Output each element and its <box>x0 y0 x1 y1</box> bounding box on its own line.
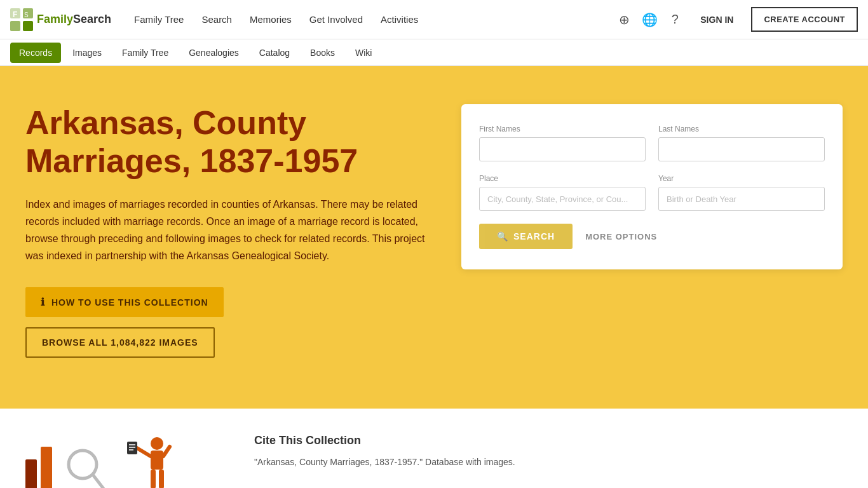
sign-in-button[interactable]: SIGN IN <box>693 10 741 30</box>
svg-line-13 <box>163 447 170 456</box>
cite-section: Cite This Collection "Arkansas, County M… <box>254 434 843 470</box>
tab-records[interactable]: Records <box>10 43 61 63</box>
first-names-input[interactable] <box>479 137 646 161</box>
nav-right-actions: ⊕ 🌐 ? SIGN IN CREATE ACCOUNT <box>616 7 858 32</box>
svg-rect-10 <box>151 470 156 488</box>
place-field: Place <box>479 174 646 211</box>
tab-family-tree[interactable]: Family Tree <box>113 43 177 63</box>
nav-family-tree[interactable]: Family Tree <box>126 9 191 30</box>
place-input[interactable] <box>479 187 646 211</box>
bar-chart-illustration <box>25 440 52 488</box>
search-icon: 🔍 <box>497 231 508 241</box>
hero-left: Arkansas, County Marriages, 1837-1957 In… <box>25 104 436 358</box>
year-label: Year <box>658 174 825 183</box>
bar-2 <box>41 447 52 488</box>
help-icon[interactable]: ? <box>667 12 682 27</box>
tab-books[interactable]: Books <box>301 43 344 63</box>
cite-text: "Arkansas, County Marriages, 1837-1957."… <box>254 455 843 470</box>
second-nav: Records Images Family Tree Genealogies C… <box>0 39 868 66</box>
year-field: Year <box>658 174 825 211</box>
svg-point-8 <box>151 437 163 450</box>
search-label: SEARCH <box>513 231 555 241</box>
last-names-field: Last Names <box>658 125 825 161</box>
svg-text:S: S <box>24 11 29 18</box>
search-figure <box>65 447 109 488</box>
tab-catalog[interactable]: Catalog <box>250 43 299 63</box>
illustration <box>25 434 229 488</box>
search-panel: First Names Last Names Place Year 🔍 SEAR… <box>461 104 843 269</box>
svg-text:F: F <box>13 10 17 19</box>
tab-images[interactable]: Images <box>64 43 111 63</box>
last-names-label: Last Names <box>658 125 825 133</box>
main-navigation: Family Tree Search Memories Get Involved… <box>126 9 616 30</box>
person-illustration <box>122 434 173 488</box>
first-names-label: First Names <box>479 125 646 133</box>
logo-link[interactable]: F S FamilySearch <box>10 8 111 31</box>
tab-genealogies[interactable]: Genealogies <box>180 43 248 63</box>
how-to-use-button[interactable]: ℹ HOW TO USE THIS COLLECTION <box>25 287 224 317</box>
last-names-input[interactable] <box>658 137 825 161</box>
create-account-button[interactable]: CREATE ACCOUNT <box>751 7 858 32</box>
hero-buttons: ℹ HOW TO USE THIS COLLECTION BROWSE ALL … <box>25 287 436 358</box>
info-icon: ℹ <box>41 296 45 308</box>
language-icon[interactable]: 🌐 <box>642 12 657 27</box>
name-search-row: First Names Last Names <box>479 125 825 161</box>
svg-line-7 <box>93 475 105 488</box>
cite-title: Cite This Collection <box>254 434 843 447</box>
nav-activities[interactable]: Activities <box>373 9 426 30</box>
svg-rect-2 <box>10 21 20 31</box>
search-magnifier-illustration <box>65 447 109 488</box>
place-label: Place <box>479 174 646 183</box>
familysearch-logo-icon: F S <box>10 8 33 31</box>
page-title: Arkansas, County Marriages, 1837-1957 <box>25 104 436 180</box>
search-actions: 🔍 SEARCH MORE OPTIONS <box>479 224 825 249</box>
svg-rect-11 <box>159 470 164 488</box>
how-to-label: HOW TO USE THIS COLLECTION <box>51 297 208 308</box>
year-input[interactable] <box>658 187 825 211</box>
top-nav: F S FamilySearch Family Tree Search Memo… <box>0 0 868 39</box>
nav-get-involved[interactable]: Get Involved <box>302 9 370 30</box>
svg-rect-9 <box>151 451 163 470</box>
svg-rect-14 <box>127 442 137 454</box>
logo-text: FamilySearch <box>37 13 111 26</box>
location-icon[interactable]: ⊕ <box>616 12 632 27</box>
nav-search[interactable]: Search <box>194 9 240 30</box>
browse-images-button[interactable]: BROWSE ALL 1,084,822 IMAGES <box>25 327 215 358</box>
bar-1 <box>25 459 37 488</box>
person-figure <box>122 434 173 488</box>
search-button[interactable]: 🔍 SEARCH <box>479 224 573 249</box>
tab-wiki[interactable]: Wiki <box>346 43 381 63</box>
nav-memories[interactable]: Memories <box>242 9 299 30</box>
svg-rect-3 <box>23 21 33 31</box>
more-options-button[interactable]: MORE OPTIONS <box>585 232 657 241</box>
hero-description: Index and images of marriages recorded i… <box>25 196 436 265</box>
first-names-field: First Names <box>479 125 646 161</box>
place-year-row: Place Year <box>479 174 825 211</box>
bottom-section: Cite This Collection "Arkansas, County M… <box>0 409 868 488</box>
hero-section: Arkansas, County Marriages, 1837-1957 In… <box>0 66 868 409</box>
